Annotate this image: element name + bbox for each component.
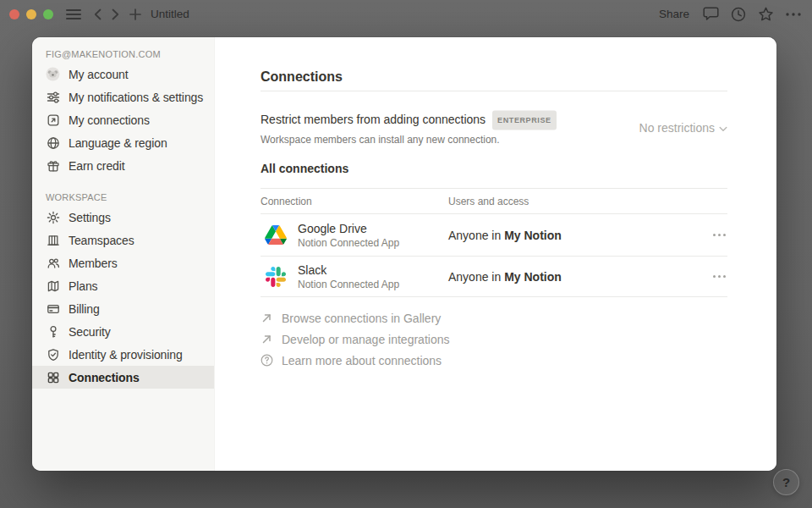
sidebar-item-label: Earn credit: [69, 159, 125, 173]
table-row[interactable]: Google Drive Notion Connected App Anyone…: [261, 214, 727, 257]
sidebar-item-teamspaces[interactable]: Teamspaces: [32, 229, 214, 251]
link-label: Browse connections in Gallery: [282, 312, 441, 325]
key-icon: [46, 324, 60, 339]
chevron-down-icon: [719, 121, 727, 135]
table-row[interactable]: Slack Notion Connected App Anyone in My …: [261, 257, 727, 297]
document-title[interactable]: Untitled: [151, 8, 189, 20]
account-section-header: FIG@MAKENOTION.COM: [32, 47, 214, 61]
gift-icon: [46, 158, 60, 173]
sidebar-item-label: My connections: [69, 113, 150, 127]
sidebar-item-settings[interactable]: Settings: [32, 206, 214, 229]
browse-gallery-link[interactable]: Browse connections in Gallery: [261, 307, 727, 329]
help-button[interactable]: ?: [773, 469, 799, 495]
connection-name: Slack: [298, 262, 399, 278]
learn-more-link[interactable]: Learn more about connections: [261, 350, 727, 371]
connection-access: Anyone in My Notion: [448, 229, 705, 242]
shield-check-icon: [46, 347, 60, 362]
sidebar-toggle-icon[interactable]: [66, 8, 81, 20]
comments-icon[interactable]: [703, 7, 719, 21]
connections-table: Connection Users and access Google Drive…: [261, 188, 727, 297]
restrict-setting-label: Restrict members from adding connections: [261, 112, 486, 128]
arrow-up-right-icon: [261, 312, 273, 324]
sidebar-item-label: Billing: [69, 302, 100, 316]
google-drive-logo-icon: [264, 224, 287, 246]
share-button[interactable]: Share: [659, 8, 689, 20]
footer-links: Browse connections in Gallery Develop or…: [261, 307, 727, 371]
table-header-row: Connection Users and access: [261, 188, 727, 214]
page-title: Connections: [261, 68, 727, 86]
sidebar-item-label: Members: [69, 257, 118, 270]
arrow-square-icon: [46, 113, 60, 127]
sidebar-item-label: Connections: [69, 371, 140, 384]
link-label: Develop or manage integrations: [282, 333, 449, 346]
window-titlebar: Untitled Share: [0, 0, 812, 28]
gear-icon: [46, 210, 60, 224]
sidebar-item-my-account[interactable]: My account: [32, 63, 214, 86]
restrict-setting-label-row: Restrict members from adding connections…: [261, 110, 557, 130]
restrict-setting-description: Workspace members can install any new co…: [261, 134, 557, 146]
connection-name: Google Drive: [298, 221, 399, 236]
new-page-icon[interactable]: [129, 8, 141, 20]
sliders-icon: [46, 90, 60, 104]
minimize-window-button[interactable]: [26, 9, 36, 19]
row-more-options-icon[interactable]: [711, 272, 727, 281]
enterprise-badge: ENTERPRISE: [492, 111, 557, 130]
column-header-connection: Connection: [261, 196, 448, 207]
traffic-lights: [9, 9, 53, 19]
back-icon[interactable]: [94, 8, 102, 20]
link-label: Learn more about connections: [282, 354, 442, 367]
sidebar-item-label: Settings: [69, 211, 111, 224]
zoom-window-button[interactable]: [43, 9, 53, 19]
sidebar-item-label: Security: [69, 325, 111, 339]
sidebar-item-label: My notifications & settings: [69, 91, 203, 104]
sidebar-item-earn-credit[interactable]: Earn credit: [32, 154, 214, 177]
people-icon: [46, 256, 60, 270]
avatar-icon: [46, 67, 60, 81]
sidebar-item-label: Identity & provisioning: [69, 348, 183, 362]
forward-icon[interactable]: [112, 8, 119, 20]
sidebar-item-members[interactable]: Members: [32, 251, 214, 274]
column-header-users-access: Users and access: [448, 196, 705, 207]
sidebar-item-notifications-settings[interactable]: My notifications & settings: [32, 86, 214, 108]
sidebar-item-billing[interactable]: Billing: [32, 297, 214, 320]
arrow-up-right-icon: [261, 333, 273, 345]
connection-type: Notion Connected App: [298, 237, 399, 250]
sidebar-item-label: Plans: [69, 279, 98, 293]
develop-integrations-link[interactable]: Develop or manage integrations: [261, 329, 727, 350]
sidebar-item-security[interactable]: Security: [32, 320, 214, 343]
history-icon[interactable]: [731, 7, 746, 22]
sidebar-item-label: Teamspaces: [69, 234, 134, 247]
divider: [261, 91, 727, 91]
sidebar-item-my-connections[interactable]: My connections: [32, 108, 214, 131]
restrict-connections-setting: Restrict members from adding connections…: [261, 110, 727, 146]
credit-card-icon: [46, 301, 60, 316]
close-window-button[interactable]: [9, 9, 19, 19]
building-icon: [46, 233, 60, 247]
connection-access: Anyone in My Notion: [448, 270, 705, 284]
restrictions-dropdown-value: No restrictions: [639, 121, 715, 135]
settings-dialog: FIG@MAKENOTION.COM My account My notific…: [32, 37, 776, 471]
favorite-star-icon[interactable]: [758, 7, 774, 22]
connections-panel: Connections Restrict members from adding…: [215, 37, 776, 471]
globe-icon: [46, 135, 60, 150]
question-circle-icon: [261, 354, 273, 367]
row-more-options-icon[interactable]: [711, 230, 727, 240]
slack-logo-icon: [264, 265, 287, 288]
sidebar-item-plans[interactable]: Plans: [32, 274, 214, 297]
sidebar-item-label: Language & region: [69, 136, 167, 150]
restrictions-dropdown[interactable]: No restrictions: [639, 121, 727, 135]
connection-type: Notion Connected App: [298, 279, 399, 291]
sidebar-item-label: My account: [69, 68, 129, 81]
grid-icon: [46, 370, 60, 384]
workspace-section-header: WORKSPACE: [32, 190, 214, 204]
sidebar-item-identity-provisioning[interactable]: Identity & provisioning: [32, 343, 214, 366]
settings-sidebar: FIG@MAKENOTION.COM My account My notific…: [32, 37, 215, 471]
sidebar-item-language-region[interactable]: Language & region: [32, 131, 214, 154]
map-icon: [46, 279, 60, 293]
more-options-icon[interactable]: [786, 13, 801, 16]
sidebar-item-connections[interactable]: Connections: [32, 366, 214, 389]
all-connections-heading: All connections: [261, 161, 727, 177]
